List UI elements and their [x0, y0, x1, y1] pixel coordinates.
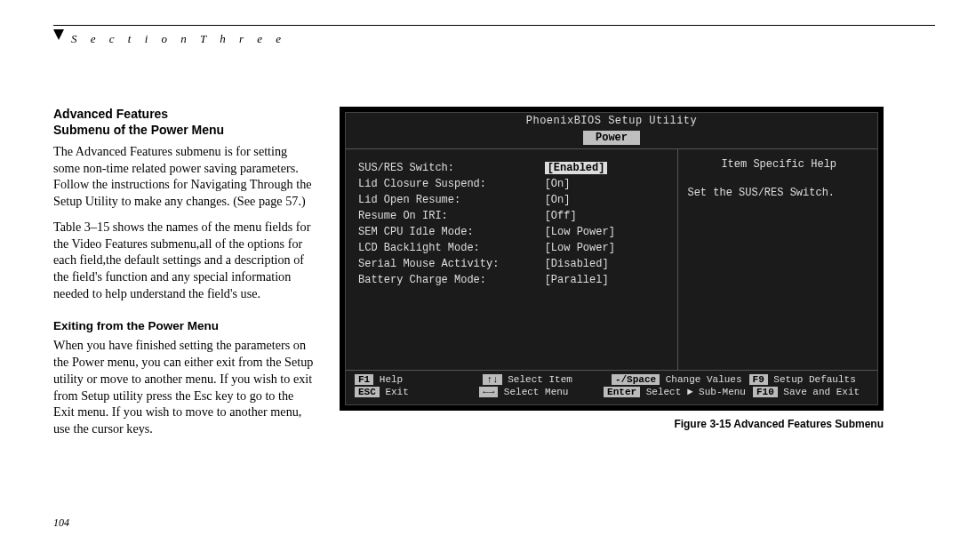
bios-key-hint: -/Space Change Values — [612, 374, 742, 385]
bios-field-row: Lid Closure Suspend:[On] — [358, 178, 668, 190]
bios-field-value: [On] — [545, 178, 669, 190]
bios-key: F1 — [355, 374, 373, 385]
section-label: S e c t i o n T h r e e — [71, 32, 286, 46]
bios-key: ↑↓ — [483, 374, 501, 385]
bios-screenshot: PhoenixBIOS Setup Utility Power SUS/RES … — [340, 107, 884, 411]
bios-tab-label: Power — [583, 131, 640, 145]
header-rule — [53, 25, 935, 26]
header-arrow-icon — [53, 29, 64, 40]
bios-field-row: SEM CPU Idle Mode:[Low Power] — [358, 226, 668, 238]
bios-key-hint: F1 Help — [355, 374, 476, 385]
bios-field-label: SUS/RES Switch: — [358, 162, 545, 174]
bios-field-label: Lid Open Resume: — [358, 194, 545, 206]
bios-field-row: Battery Charge Mode:[Parallel] — [358, 274, 668, 286]
paragraph-intro: The Advanced Features submenu is for set… — [53, 143, 316, 210]
bios-key: F9 — [749, 374, 768, 385]
paragraph-table-ref: Table 3–15 shows the names of the menu f… — [53, 219, 316, 302]
bios-field-value: [On] — [545, 194, 669, 206]
bios-key: Enter — [604, 387, 640, 397]
bios-field-label: Resume On IRI: — [358, 210, 545, 222]
bios-key-hint: ESC Exit — [355, 387, 472, 397]
bios-help-title: Item Specific Help — [687, 158, 870, 171]
bios-field-value: [Off] — [545, 210, 669, 222]
bios-title: PhoenixBIOS Setup Utility — [346, 113, 877, 129]
bios-key: ESC — [355, 387, 380, 397]
bios-key-hint: ↑↓ Select Item — [483, 374, 604, 385]
figure-caption: Figure 3-15 Advanced Features Submenu — [340, 418, 884, 430]
bios-field-value: [Low Power] — [545, 242, 669, 254]
bios-field-row: Resume On IRI:[Off] — [358, 210, 668, 222]
bios-key: -/Space — [612, 374, 660, 385]
bios-field-label: Serial Mouse Activity: — [358, 258, 545, 270]
bios-field-label: SEM CPU Idle Mode: — [358, 226, 545, 238]
bios-key: ←→ — [479, 387, 498, 397]
bios-field-row: SUS/RES Switch:[Enabled] — [358, 162, 668, 174]
bios-key-hint: F9 Setup Defaults — [749, 374, 870, 385]
bios-field-label: Lid Closure Suspend: — [358, 178, 545, 190]
bios-field-value: [Low Power] — [545, 226, 669, 238]
paragraph-exiting: When you have finished setting the param… — [53, 337, 316, 436]
bios-field-value: [Enabled] — [545, 162, 669, 174]
bios-field-label: Battery Charge Mode: — [358, 274, 545, 286]
bios-key-hint: F10 Save and Exit — [753, 387, 870, 397]
bios-help-text: Set the SUS/RES Switch. — [687, 187, 870, 199]
page-number: 104 — [53, 516, 69, 530]
heading-line2: Submenu of the Power Menu — [53, 123, 224, 137]
body-text-column: Advanced Features Submenu of the Power M… — [53, 107, 316, 446]
bios-menu-tab: Power — [346, 131, 877, 145]
bios-footer-keys: F1 Help↑↓ Select Item-/Space Change Valu… — [346, 371, 877, 404]
figure-advanced-features: PhoenixBIOS Setup Utility Power SUS/RES … — [340, 107, 884, 430]
heading-exiting: Exiting from the Power Menu — [53, 318, 316, 334]
bios-field-value: [Parallel] — [545, 274, 669, 286]
bios-key-hint: Enter Select ► Sub-Menu — [604, 387, 746, 397]
bios-field-row: LCD Backlight Mode:[Low Power] — [358, 242, 668, 254]
bios-field-row: Serial Mouse Activity:[Disabled] — [358, 258, 668, 270]
bios-help-panel: Item Specific Help Set the SUS/RES Switc… — [678, 149, 877, 370]
bios-field-label: LCD Backlight Mode: — [358, 242, 545, 254]
bios-field-value: [Disabled] — [545, 258, 669, 270]
bios-field-list: SUS/RES Switch:[Enabled]Lid Closure Susp… — [346, 149, 678, 370]
bios-key: F10 — [753, 387, 778, 397]
bios-key-hint: ←→ Select Menu — [479, 387, 596, 397]
heading-advanced-features: Advanced Features Submenu of the Power M… — [53, 107, 316, 138]
heading-line1: Advanced Features — [53, 107, 168, 121]
bios-field-row: Lid Open Resume:[On] — [358, 194, 668, 206]
